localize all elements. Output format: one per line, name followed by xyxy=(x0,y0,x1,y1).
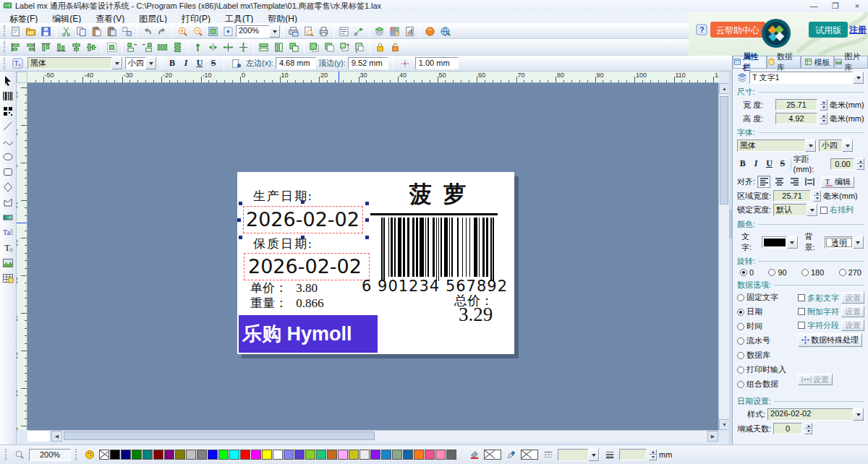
toolbar-grip[interactable] xyxy=(4,25,6,37)
radio-icon[interactable] xyxy=(737,366,744,374)
new-icon[interactable] xyxy=(8,24,23,38)
data-source-option-2[interactable]: 时间 xyxy=(737,321,798,332)
barcode-object[interactable] xyxy=(381,218,494,281)
strike-button[interactable]: S xyxy=(208,57,219,69)
scroll-down-icon[interactable]: ▼ xyxy=(719,419,730,430)
minimize-button[interactable]: — xyxy=(803,1,825,12)
order-forward-icon[interactable] xyxy=(337,40,352,54)
left-x-input[interactable]: 4.68 mm xyxy=(276,57,316,69)
underline-button[interactable]: U xyxy=(194,57,205,69)
fit-selection-icon[interactable] xyxy=(221,24,236,38)
align-bottom-edge-icon[interactable] xyxy=(54,40,69,54)
same-size-icon[interactable] xyxy=(286,40,302,54)
align-center-button[interactable] xyxy=(773,176,786,188)
polygon-tool[interactable] xyxy=(1,194,16,210)
menu-item-3[interactable]: 图层(L) xyxy=(132,12,174,23)
brand-logo-icon[interactable] xyxy=(761,18,791,50)
color-swatch[interactable] xyxy=(284,450,294,460)
same-height-icon[interactable] xyxy=(271,40,286,54)
cut-icon[interactable] xyxy=(59,24,74,38)
fill-color-icon[interactable] xyxy=(467,447,482,462)
selection-handle[interactable] xyxy=(239,202,242,205)
tab-templates[interactable]: 模板 xyxy=(801,56,835,68)
align-right-edge-icon[interactable] xyxy=(23,40,38,54)
selection-handle[interactable] xyxy=(365,202,369,205)
produce-date-object[interactable]: 2026-02-02 xyxy=(243,206,363,233)
line-width-input[interactable] xyxy=(619,449,647,460)
rectangle-tool[interactable] xyxy=(1,164,16,179)
top-y-input[interactable]: 9.52 mm xyxy=(348,57,388,69)
vscroll-thumb[interactable] xyxy=(720,96,728,205)
color-swatch[interactable] xyxy=(425,450,435,460)
radio-icon[interactable] xyxy=(737,323,744,330)
data-source-option-0[interactable]: 固定文字 xyxy=(737,292,798,303)
data-source-option-5[interactable]: 打印时输入 xyxy=(737,364,798,375)
height-input[interactable]: 4.92 xyxy=(775,113,817,124)
color-swatch[interactable] xyxy=(142,450,153,460)
suffix-checkbox[interactable] xyxy=(798,308,805,315)
color-swatch[interactable] xyxy=(218,450,229,460)
line-tool[interactable] xyxy=(1,119,16,134)
selection-handle[interactable] xyxy=(239,236,242,239)
color-swatch[interactable] xyxy=(435,450,446,460)
align-top-edge-icon[interactable] xyxy=(38,40,54,54)
data-source-option-4[interactable]: 数据库 xyxy=(737,350,798,361)
order-front-icon[interactable] xyxy=(307,40,322,54)
panel-font-family-select[interactable]: 黑体 xyxy=(737,139,817,152)
suffix-settings-button[interactable]: 设置 xyxy=(841,306,864,317)
scroll-left-icon[interactable]: ◀ xyxy=(51,431,62,442)
data-source-option-3[interactable]: 流水号 xyxy=(737,335,798,346)
redo-icon[interactable] xyxy=(155,24,170,38)
unit-price-row[interactable]: 单价： 3.80 xyxy=(250,280,318,296)
date-style-select[interactable]: 2026-02-02 xyxy=(767,408,864,421)
radio-icon[interactable] xyxy=(737,352,744,359)
panel-italic-button[interactable]: I xyxy=(750,158,761,170)
region-width-stepper[interactable] xyxy=(813,190,821,202)
segment-checkbox[interactable] xyxy=(798,322,805,329)
paste-icon[interactable] xyxy=(89,24,104,38)
toolbar-grip[interactable] xyxy=(4,58,6,69)
panel-font-size-select[interactable]: 小四 xyxy=(819,139,854,152)
menu-item-2[interactable]: 查看(V) xyxy=(89,12,131,23)
statusbar-grip[interactable] xyxy=(75,449,77,460)
chevron-down-icon[interactable] xyxy=(269,25,280,38)
tab-database[interactable]: 数据库 xyxy=(767,56,801,68)
width-stepper[interactable] xyxy=(820,99,827,111)
line-color-icon[interactable] xyxy=(503,447,519,462)
nudge-step-input[interactable]: 1.00 mm xyxy=(415,57,459,69)
distribute-v-icon[interactable] xyxy=(170,40,185,54)
register-link[interactable]: 注册 xyxy=(849,24,867,36)
color-swatch[interactable] xyxy=(359,450,370,460)
color-swatch[interactable] xyxy=(262,450,272,460)
horizontal-scrollbar[interactable]: ◀ ▶ xyxy=(27,430,718,442)
color-swatch[interactable] xyxy=(414,450,424,460)
flip-h-icon[interactable] xyxy=(205,40,221,54)
scroll-up-icon[interactable]: ▲ xyxy=(719,83,730,94)
undo-icon[interactable] xyxy=(140,24,155,38)
bg-color-picker[interactable]: 透明 xyxy=(825,236,864,249)
order-backward-icon[interactable] xyxy=(352,40,367,54)
object-selector[interactable]: T 文字1 xyxy=(749,72,864,84)
vertical-scrollbar[interactable]: ▲ ▼ xyxy=(718,83,729,430)
layers-icon[interactable] xyxy=(372,24,387,38)
selection-handle[interactable] xyxy=(301,200,305,204)
zoom-out-icon[interactable] xyxy=(190,24,205,38)
chevron-down-icon[interactable] xyxy=(145,57,156,69)
menu-item-6[interactable]: 帮助(H) xyxy=(261,12,304,23)
color-swatch[interactable] xyxy=(381,450,391,460)
color-swatch[interactable] xyxy=(121,450,131,460)
align-center-v-icon[interactable] xyxy=(84,40,99,54)
rotate-270-option[interactable]: 270 xyxy=(839,268,861,277)
save-icon[interactable] xyxy=(38,24,54,38)
panel-strike-button[interactable]: S xyxy=(777,158,788,170)
help-icon[interactable]: ? xyxy=(696,24,707,37)
order-back-icon[interactable] xyxy=(322,40,337,54)
selection-handle[interactable] xyxy=(237,218,241,222)
expiry-date-object[interactable]: 2026-02-02 xyxy=(244,253,370,280)
align-right-button[interactable] xyxy=(788,176,801,188)
color-swatch[interactable] xyxy=(294,450,305,460)
online-help-icon[interactable] xyxy=(438,24,453,38)
color-swatch[interactable] xyxy=(164,450,174,460)
distribute-h-icon[interactable] xyxy=(155,40,170,54)
selection-handle[interactable] xyxy=(365,218,369,222)
